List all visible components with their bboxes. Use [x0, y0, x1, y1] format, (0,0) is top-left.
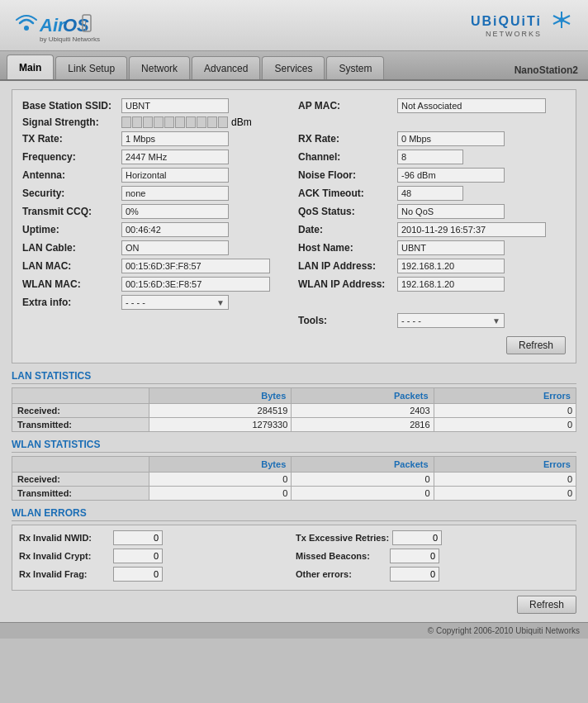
wlan-ip-value: 192.168.1.20 — [397, 277, 505, 292]
rx-invalid-frag-value: 0 — [113, 567, 163, 582]
base-station-ssid-row: Base Station SSID: UBNT — [22, 98, 290, 113]
wlan-col-bytes: Bytes — [149, 457, 291, 473]
copyright-text: © Copyright 2006-2010 Ubiquiti Networks — [428, 626, 580, 635]
channel-row: Channel: 8 — [298, 150, 566, 164]
ubiquiti-logo-icon: UBiQUiTi NETWORKS — [471, 5, 578, 46]
wlan-errors-section: Rx Invalid NWID: 0 Rx Invalid Crypt: 0 R… — [12, 525, 576, 591]
navbar: Main Link Setup Network Advanced Service… — [0, 51, 588, 81]
qos-status-label: QoS Status: — [298, 206, 397, 217]
ap-mac-value: Not Associated — [397, 98, 546, 113]
lan-col-bytes: Bytes — [149, 388, 291, 404]
lan-ip-row: LAN IP Address: 192.168.1.20 — [298, 259, 566, 273]
date-value: 2010-11-29 16:57:37 — [397, 222, 546, 237]
signal-strength-label: Signal Strength: — [22, 116, 121, 128]
rx-invalid-nwid-label: Rx Invalid NWID: — [19, 533, 110, 543]
tab-advanced[interactable]: Advanced — [192, 56, 260, 79]
tab-network[interactable]: Network — [129, 56, 190, 79]
rx-invalid-crypt-label: Rx Invalid Crypt: — [19, 551, 110, 561]
lan-cable-value: ON — [121, 240, 229, 255]
bottom-refresh-button[interactable]: Refresh — [517, 596, 576, 614]
signal-bar-6 — [175, 116, 185, 128]
rx-rate-value: 0 Mbps — [397, 131, 505, 146]
status-right: AP MAC: Not Associated RX Rate: 0 Mbps C… — [298, 98, 566, 331]
rx-invalid-crypt-row: Rx Invalid Crypt: 0 — [19, 549, 292, 563]
tab-main[interactable]: Main — [7, 55, 54, 79]
missed-beacons-value: 0 — [390, 549, 439, 563]
device-name: NanoStation2 — [514, 64, 581, 79]
lan-col-label — [12, 388, 149, 404]
transmit-ccq-label: Transmit CCQ: — [22, 206, 121, 217]
host-name-value: UBNT — [397, 240, 505, 255]
wlan-ip-label: WLAN IP Address: — [298, 278, 397, 290]
security-label: Security: — [22, 188, 121, 199]
wlan-row-errors: 0 — [434, 487, 576, 501]
tools-label: Tools: — [298, 315, 397, 326]
frequency-label: Frequency: — [22, 151, 121, 163]
lan-row-errors: 0 — [434, 418, 576, 432]
signal-bars — [121, 116, 228, 128]
lan-mac-row: LAN MAC: 00:15:6D:3F:F8:57 — [22, 259, 290, 273]
antenna-label: Antenna: — [22, 169, 121, 181]
status-refresh-button[interactable]: Refresh — [506, 336, 566, 354]
frequency-row: Frequency: 2447 MHz — [22, 150, 290, 164]
header: Air OS | by Ubiquiti Networks UBiQUiTi N… — [0, 0, 588, 51]
status-left: Base Station SSID: UBNT Signal Strength: — [22, 98, 290, 331]
lan-stats-header: LAN STATISTICS — [12, 370, 576, 384]
ack-timeout-row: ACK Timeout: 48 — [298, 186, 566, 201]
signal-bar-10 — [218, 116, 228, 128]
extra-info-dropdown[interactable]: - - - - ▼ — [121, 295, 229, 310]
security-row: Security: none — [22, 186, 290, 201]
signal-bar-3 — [143, 116, 153, 128]
rx-invalid-nwid-value: 0 — [113, 530, 163, 545]
wlan-mac-row: WLAN MAC: 00:15:6D:3E:F8:57 — [22, 277, 290, 292]
lan-stats-row: Transmitted: 1279330 2816 0 — [12, 418, 576, 432]
channel-value: 8 — [397, 150, 463, 164]
antenna-value: Horizontal — [121, 168, 229, 183]
wlan-stats-row: Received: 0 0 0 — [12, 473, 576, 487]
extra-info-label: Extra info: — [22, 297, 121, 308]
errors-right: Tx Excessive Retries: 0 Missed Beacons: … — [296, 530, 569, 582]
noise-floor-row: Noise Floor: -96 dBm — [298, 168, 566, 183]
lan-row-label: Received: — [12, 404, 149, 418]
signal-bar-4 — [154, 116, 164, 128]
signal-bar-1 — [121, 116, 131, 128]
logo-right: UBiQUiTi NETWORKS — [471, 5, 578, 46]
tools-dropdown[interactable]: - - - - ▼ — [397, 313, 505, 328]
errors-left: Rx Invalid NWID: 0 Rx Invalid Crypt: 0 R… — [19, 530, 292, 582]
wlan-row-label: Received: — [12, 473, 149, 487]
tx-excessive-retries-label: Tx Excessive Retries: — [296, 533, 389, 543]
wlan-stats-row: Transmitted: 0 0 0 — [12, 487, 576, 501]
lan-col-errors: Errors — [434, 388, 576, 404]
signal-bar-5 — [164, 116, 174, 128]
wlan-row-errors: 0 — [434, 473, 576, 487]
wlan-mac-value: 00:15:6D:3E:F8:57 — [121, 277, 270, 292]
status-grid: Base Station SSID: UBNT Signal Strength: — [22, 98, 566, 331]
wlan-row-packets: 0 — [292, 473, 434, 487]
base-station-ssid-value: UBNT — [121, 98, 229, 113]
wlan-ip-row: WLAN IP Address: 192.168.1.20 — [298, 277, 566, 292]
missed-beacons-label: Missed Beacons: — [296, 551, 386, 561]
lan-cable-row: LAN Cable: ON — [22, 240, 290, 255]
tab-services[interactable]: Services — [262, 56, 325, 79]
rx-invalid-nwid-row: Rx Invalid NWID: 0 — [19, 530, 292, 545]
tab-link-setup[interactable]: Link Setup — [55, 56, 127, 79]
signal-bar-8 — [197, 116, 206, 128]
transmit-ccq-row: Transmit CCQ: 0% — [22, 204, 290, 219]
tools-row: Tools: - - - - ▼ — [298, 313, 566, 328]
wlan-col-packets: Packets — [292, 457, 434, 473]
missed-beacons-row: Missed Beacons: 0 — [296, 549, 569, 563]
uptime-label: Uptime: — [22, 224, 121, 235]
tab-system[interactable]: System — [326, 56, 384, 79]
noise-floor-value: -96 dBm — [397, 168, 505, 183]
svg-text:|: | — [84, 19, 87, 31]
ack-timeout-value: 48 — [397, 186, 463, 201]
extra-info-arrow-icon: ▼ — [216, 298, 225, 307]
rx-invalid-frag-label: Rx Invalid Frag: — [19, 569, 110, 579]
lan-col-packets: Packets — [292, 388, 434, 404]
wlan-stats-table: Bytes Packets Errors Received: 0 0 0 Tra… — [12, 456, 576, 501]
wlan-row-bytes: 0 — [149, 487, 291, 501]
rx-invalid-frag-row: Rx Invalid Frag: 0 — [19, 567, 292, 582]
dbm-label: dBm — [231, 116, 252, 128]
antenna-row: Antenna: Horizontal — [22, 168, 290, 183]
host-name-row: Host Name: UBNT — [298, 240, 566, 255]
